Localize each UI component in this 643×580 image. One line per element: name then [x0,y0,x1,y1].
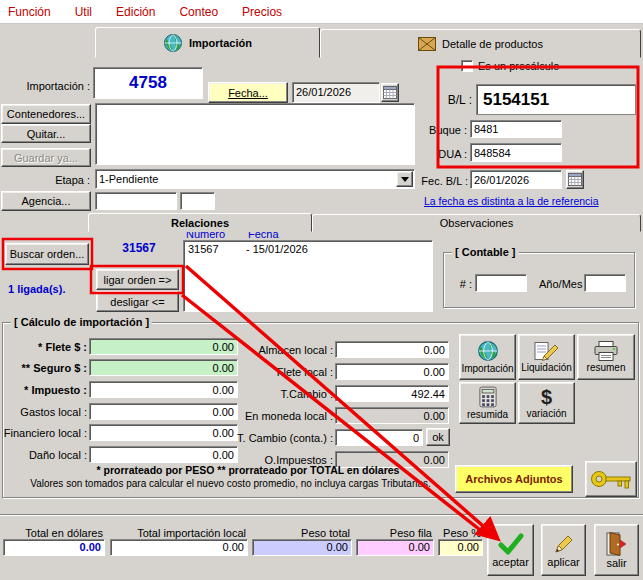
aceptar-button[interactable]: aceptar [487,524,534,576]
etapa-dropdown-arrow[interactable] [396,171,413,187]
tab-detalle-productos[interactable]: Detalle de productos [320,29,641,58]
etapa-label: Etapa : [55,174,90,187]
contenedores-button[interactable]: Contenedores... [1,104,91,124]
contable-title: [ Contable ] [452,246,519,258]
exit-door-icon [606,532,628,556]
tab-importacion-label: Importación [189,37,252,49]
flete-local-label: Flete local : [277,366,333,379]
tab-observaciones-label: Observaciones [440,217,513,229]
importacion-report-label: Importación [461,363,513,374]
archivos-adjuntos-button[interactable]: Archivos Adjuntos [455,465,573,493]
resumida-label: resumida [467,409,508,420]
almacen-local-label: Almacen local : [258,344,333,357]
agencia-button[interactable]: Agencia... [1,191,91,211]
bl-input[interactable] [476,84,636,115]
dano-local-label: Daño local : [29,449,87,462]
agencia-label: Agencia... [22,195,71,207]
tcambio-ok-button[interactable]: ok [426,428,450,446]
gastos-local-label: Gastos local : [20,406,87,419]
quitar-button[interactable]: Quitar... [1,124,91,143]
dua-input[interactable] [470,143,562,162]
list-item[interactable]: 31567 - 15/01/2026 [184,241,432,257]
orden-value: 31567 [100,241,178,255]
desligar-label: desligar <= [110,296,164,308]
impuesto-input[interactable] [89,381,238,398]
seguro-input[interactable] [89,359,238,376]
resumida-button[interactable]: resumida [459,382,516,424]
almacen-local-input[interactable] [335,341,449,358]
importacion-number: 4758 [93,67,203,99]
buque-label: Buque : [429,124,467,137]
fec-bl-input[interactable] [470,170,562,189]
tab-observaciones[interactable]: Observaciones [312,214,641,232]
etapa-combobox[interactable]: 1-Pendiente [95,169,415,189]
calendar-icon [568,173,582,186]
fecha-button[interactable]: Fecha... [208,82,288,103]
fecha-display: 26/01/2026 [292,82,380,103]
tab-detalle-label: Detalle de productos [442,38,543,50]
fecha-warning-link[interactable]: La fecha es distinta a la de referencia [424,195,599,208]
guardar-ya-button[interactable]: Guardar ya... [1,148,91,167]
buque-input[interactable] [470,120,562,138]
document-pencil-icon [534,341,560,361]
chevron-down-icon [401,177,409,182]
liquidacion-button[interactable]: Liquidación [518,334,575,380]
menu-util[interactable]: Util [75,5,92,19]
app-window: Función Util Edición Conteo Precios Impo… [0,0,643,580]
contable-anomes-input[interactable] [584,274,626,292]
flete-input[interactable] [89,338,238,355]
agencia-field-2[interactable] [180,192,215,210]
footnote-valores: Valores son tomados para calcular el nue… [3,478,458,489]
gastos-local-input[interactable] [89,403,238,420]
variacion-label: variación [526,408,566,419]
quitar-label: Quitar... [27,128,66,140]
importacion-report-button[interactable]: Importación [459,334,516,380]
buscar-orden-button[interactable]: Buscar orden... [5,243,89,265]
detalle-panel [95,103,415,165]
menu-funcion[interactable]: Función [8,5,51,19]
calculo-groupbox: [ Cálculo de importación ] * Flete $ : *… [2,322,639,498]
llave-button[interactable] [585,461,637,497]
aplicar-button[interactable]: aplicar [541,524,586,576]
menu-edicion[interactable]: Edición [116,5,155,19]
ligar-orden-button[interactable]: ligar orden => [96,269,179,290]
contable-numero-input[interactable] [475,274,527,292]
ordenes-listbox[interactable]: 31567 - 15/01/2026 [183,240,433,312]
archivos-adjuntos-label: Archivos Adjuntos [465,473,562,485]
fec-bl-calendar-button[interactable] [566,170,584,189]
menu-precios[interactable]: Precios [242,5,282,19]
variacion-button[interactable]: $ variación [518,382,575,424]
guardar-ya-label: Guardar ya... [14,152,78,164]
tab-relaciones-label: Relaciones [171,217,229,229]
agencia-field-1[interactable] [95,192,177,210]
peso-pct-value: 0.00 [438,539,483,556]
salir-button[interactable]: salir [594,524,639,576]
tcambio-conta-label: T. Cambio (conta.) : [237,432,333,445]
precalculo-checkbox-box[interactable] [461,60,473,72]
moneda-local-input [335,407,449,424]
tcambio-input[interactable] [335,385,449,402]
peso-fila-value: 0.00 [356,539,434,556]
financiero-local-input[interactable] [89,424,238,441]
menu-conteo[interactable]: Conteo [179,5,218,19]
precalculo-checkbox[interactable]: Es un precálculo [461,60,559,72]
ligadas-count: 1 ligada(s). [8,283,65,296]
salir-label: salir [606,557,626,569]
contable-numero-label: # : [460,278,472,291]
tab-relaciones[interactable]: Relaciones [88,213,312,232]
tab-importacion[interactable]: Importación [95,27,320,58]
footnote-prorrateo: * prorrateado por PESO ** prorrateado po… [43,464,453,476]
contable-anomes-label: Año/Mes [539,278,582,291]
tcambio-conta-input[interactable] [335,429,423,446]
dua-label: DUA : [438,148,467,161]
dano-local-input[interactable] [89,446,238,463]
buscar-orden-label: Buscar orden... [10,248,85,260]
desligar-button[interactable]: desligar <= [96,291,179,312]
total-dolares-value: 0.00 [3,539,105,556]
total-importacion-value: 0.00 [110,539,248,556]
fecha-calendar-button[interactable] [381,83,399,102]
list-item-numero: 31567 [188,243,246,255]
resumen-button[interactable]: resumen [577,334,635,380]
bl-label: B/L : [448,94,472,107]
flete-local-input[interactable] [335,363,449,380]
